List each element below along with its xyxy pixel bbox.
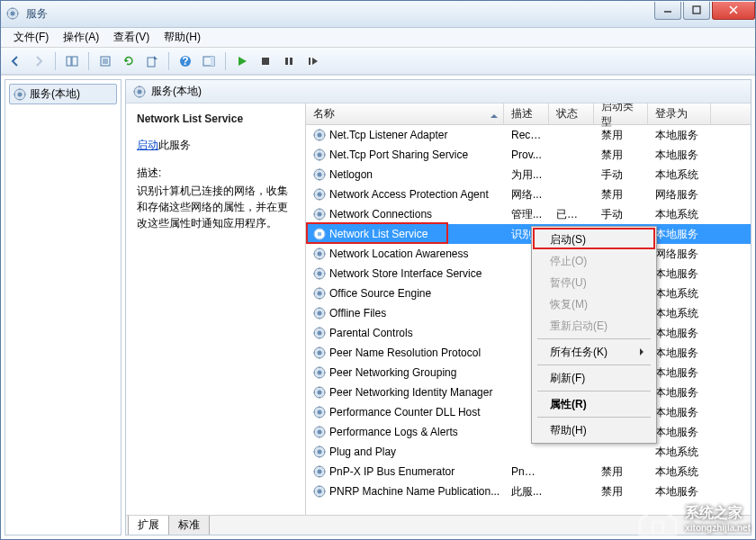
cell-desc: PnP-... xyxy=(504,465,549,478)
menu-help[interactable]: 帮助(H) xyxy=(157,28,208,47)
column-name[interactable]: 名称 xyxy=(306,104,504,124)
ctx-all-tasks[interactable]: 所有任务(K) xyxy=(534,341,654,363)
svg-rect-14 xyxy=(285,58,288,65)
service-name-text: Peer Networking Identity Manager xyxy=(329,386,492,399)
window-title: 服务 xyxy=(26,6,652,22)
properties-button[interactable] xyxy=(94,50,116,72)
column-startup-type[interactable]: 启动类型 xyxy=(594,104,648,124)
cell-name: Netlogon xyxy=(306,168,504,181)
svg-rect-4 xyxy=(693,6,700,14)
table-row[interactable]: Office Source Engine本地系统 xyxy=(306,284,751,303)
menu-action[interactable]: 操作(A) xyxy=(56,28,106,47)
table-row[interactable]: Performance Counter DLL Host本地服务 xyxy=(306,402,751,422)
cell-name: Network List Service xyxy=(306,228,504,240)
description-text: 识别计算机已连接的网络，收集和存储这些网络的属性，并在更改这些属性时通知应用程序… xyxy=(137,183,294,231)
maximize-button[interactable] xyxy=(683,2,710,20)
cell-logon: 网络服务 xyxy=(648,247,711,262)
tab-standard[interactable]: 标准 xyxy=(168,516,210,536)
table-row[interactable]: Offline Files本地系统 xyxy=(306,303,751,323)
svg-rect-15 xyxy=(290,58,292,65)
toolbar-separator xyxy=(225,52,226,70)
service-name-text: Peer Networking Grouping xyxy=(329,366,456,379)
right-pane: 服务(本地) Network List Service 启动此服务 描述: 识别… xyxy=(125,79,752,536)
minimize-button[interactable] xyxy=(654,2,681,20)
svg-rect-8 xyxy=(148,58,155,67)
gear-icon xyxy=(313,386,326,399)
back-button[interactable] xyxy=(4,50,26,72)
menubar: 文件(F) 操作(A) 查看(V) 帮助(H) xyxy=(1,28,755,48)
svg-rect-17 xyxy=(652,522,663,535)
refresh-button[interactable] xyxy=(118,50,140,72)
forward-button[interactable] xyxy=(28,50,50,72)
pause-service-button[interactable] xyxy=(278,50,300,72)
table-row[interactable]: Network List Service识别...手动本地服务 xyxy=(306,224,751,244)
table-row[interactable]: Network Location Awareness网络服务 xyxy=(306,244,751,264)
service-name-text: Network Connections xyxy=(329,208,432,220)
gear-icon xyxy=(313,465,326,478)
stop-service-button[interactable] xyxy=(255,50,276,72)
table-row[interactable]: Peer Networking Grouping本地服务 xyxy=(306,363,751,382)
restart-service-button[interactable] xyxy=(302,50,323,72)
ctx-refresh[interactable]: 刷新(F) xyxy=(534,367,654,389)
cell-desc: 此服... xyxy=(504,484,549,500)
close-button[interactable] xyxy=(712,2,755,20)
ctx-all-tasks-label: 所有任务(K) xyxy=(550,345,608,360)
cell-logon: 本地系统 xyxy=(648,167,711,183)
table-row[interactable]: Parental Controls本地服务 xyxy=(306,323,751,343)
column-description[interactable]: 描述 xyxy=(504,104,549,124)
table-row[interactable]: Network Store Interface Service本地服务 xyxy=(306,264,751,284)
help-button[interactable]: ? xyxy=(175,50,196,72)
table-row[interactable]: Network Connections管理...已启动手动本地系统 xyxy=(306,204,751,224)
gear-icon xyxy=(133,86,146,98)
menu-view[interactable]: 查看(V) xyxy=(106,28,157,47)
list-rows[interactable]: Net.Tcp Listener AdapterRece...禁用本地服务Net… xyxy=(306,125,751,515)
table-row[interactable]: Plug and Play本地系统 xyxy=(306,442,751,462)
table-row[interactable]: Netlogon为用...手动本地系统 xyxy=(306,165,751,184)
watermark: 系统之家 xitongzhijia.net xyxy=(636,500,751,536)
start-service-button[interactable] xyxy=(231,50,253,72)
gear-icon xyxy=(313,267,326,280)
table-row[interactable]: Performance Logs & Alerts本地服务 xyxy=(306,422,751,442)
cell-name: Plug and Play xyxy=(306,446,504,458)
cell-logon: 本地系统 xyxy=(648,445,711,460)
tree-item-services-local[interactable]: 服务(本地) xyxy=(9,84,117,104)
cell-name: Network Access Protection Agent xyxy=(306,188,504,201)
table-row[interactable]: Network Access Protection Agent网络...禁用网络… xyxy=(306,184,751,204)
toolbar-separator xyxy=(55,52,56,70)
start-service-link[interactable]: 启动 xyxy=(137,139,158,151)
table-row[interactable]: Net.Tcp Port Sharing ServiceProv...禁用本地服… xyxy=(306,145,751,165)
ctx-help[interactable]: 帮助(H) xyxy=(534,419,654,441)
table-row[interactable]: PnP-X IP Bus EnumeratorPnP-...禁用本地系统 xyxy=(306,462,751,482)
table-row[interactable]: Net.Tcp Listener AdapterRece...禁用本地服务 xyxy=(306,125,751,145)
table-row[interactable]: Peer Name Resolution Protocol本地服务 xyxy=(306,343,751,363)
cell-name: Net.Tcp Port Sharing Service xyxy=(306,148,504,161)
ctx-properties[interactable]: 属性(R) xyxy=(534,393,654,415)
description-block: 描述: 识别计算机已连接的网络，收集和存储这些网络的属性，并在更改这些属性时通知… xyxy=(137,166,294,231)
cell-logon: 本地服务 xyxy=(648,346,711,361)
menu-file[interactable]: 文件(F) xyxy=(6,28,56,47)
show-hide-tree-button[interactable] xyxy=(61,50,83,72)
ctx-restart: 重新启动(E) xyxy=(534,315,654,337)
service-name-text: Performance Counter DLL Host xyxy=(329,406,481,418)
cell-name: PnP-X IP Bus Enumerator xyxy=(306,465,504,478)
export-button[interactable] xyxy=(141,50,163,72)
gear-icon xyxy=(313,406,326,418)
table-row[interactable]: PNRP Machine Name Publication...此服...禁用本… xyxy=(306,482,751,501)
cell-name: PNRP Machine Name Publication... xyxy=(306,485,504,498)
ctx-start[interactable]: 启动(S) xyxy=(534,229,654,250)
gear-icon xyxy=(313,366,326,379)
gear-icon xyxy=(313,485,326,498)
cell-desc: 网络... xyxy=(504,187,549,202)
table-row[interactable]: Peer Networking Identity Manager本地服务 xyxy=(306,382,751,402)
ctx-separator xyxy=(537,391,651,392)
cell-logon: 本地系统 xyxy=(648,306,711,321)
action-pane-button[interactable] xyxy=(198,50,220,72)
cell-name: Peer Networking Identity Manager xyxy=(306,386,504,399)
column-logon-as[interactable]: 登录为 xyxy=(648,104,711,124)
cell-name: Performance Counter DLL Host xyxy=(306,406,504,418)
right-header: 服务(本地) xyxy=(126,80,751,104)
cell-desc: Rece... xyxy=(504,129,549,141)
column-status[interactable]: 状态 xyxy=(549,104,594,124)
tab-extended[interactable]: 扩展 xyxy=(128,516,169,536)
gear-icon xyxy=(313,426,326,438)
